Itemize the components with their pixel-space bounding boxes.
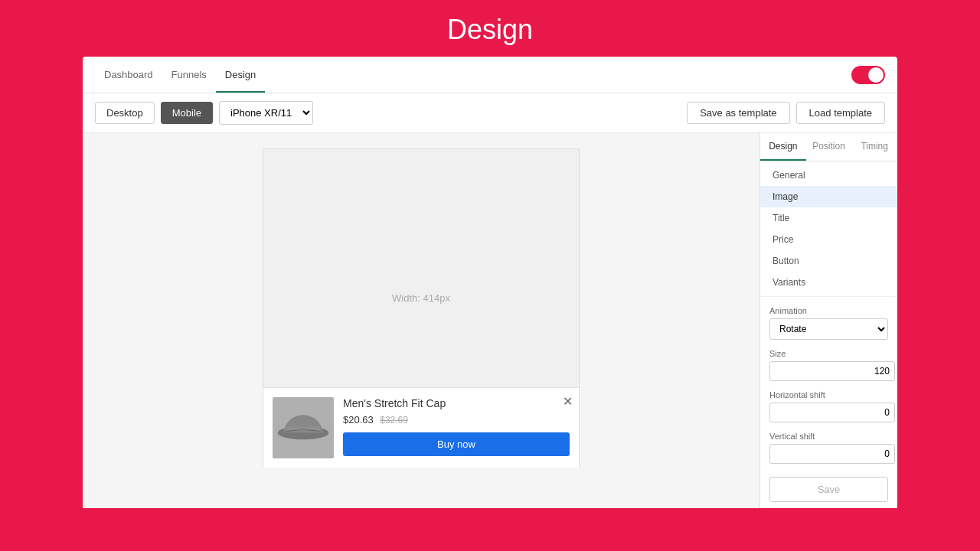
section-button[interactable]: Button	[760, 250, 897, 272]
size-input[interactable]: 120	[769, 361, 895, 381]
nav-bar: Dashboard Funnels Design	[83, 57, 897, 93]
svg-rect-1	[286, 427, 320, 430]
vertical-shift-input-group: 0 ▲ ▼	[769, 444, 888, 464]
panel-tabs: Design Position Timing	[760, 133, 897, 161]
desktop-button[interactable]: Desktop	[95, 102, 155, 124]
top-header: Design	[0, 0, 980, 57]
horizontal-shift-input[interactable]: 0	[769, 403, 895, 422]
vertical-shift-input[interactable]: 0	[769, 444, 895, 464]
page-title: Design	[0, 14, 980, 46]
vertical-shift-field-group: Vertical shift 0 ▲ ▼	[769, 432, 888, 464]
right-panel: Design Position Timing General Image Tit…	[760, 133, 897, 508]
product-image	[273, 397, 334, 458]
tab-timing[interactable]: Timing	[851, 133, 897, 161]
load-template-button[interactable]: Load template	[796, 102, 885, 124]
horizontal-shift-label: Horizontal shift	[769, 390, 888, 399]
toggle-switch[interactable]	[851, 66, 885, 84]
section-title[interactable]: Title	[760, 207, 897, 229]
horizontal-shift-input-group: 0 ▲ ▼	[769, 403, 888, 422]
section-variants[interactable]: Variants	[760, 272, 897, 293]
animation-select[interactable]: Rotate	[769, 318, 888, 340]
nav-item-dashboard[interactable]: Dashboard	[95, 58, 162, 93]
product-price-original: $32.69	[380, 415, 408, 425]
main-area: Width: 414px	[83, 133, 897, 508]
section-price[interactable]: Price	[760, 229, 897, 250]
panel-sections: General Image Title Price Button Variant…	[760, 161, 897, 297]
save-button[interactable]: Save	[769, 477, 888, 502]
nav-item-funnels[interactable]: Funnels	[162, 58, 216, 93]
section-general[interactable]: General	[760, 165, 897, 186]
buy-now-button[interactable]: Buy now	[343, 432, 570, 456]
canvas-wrapper: Width: 414px	[263, 148, 580, 468]
section-image[interactable]: Image	[760, 186, 897, 207]
device-selector[interactable]: iPhone XR/11	[219, 101, 313, 125]
vertical-shift-label: Vertical shift	[769, 432, 888, 441]
size-label: Size	[769, 349, 888, 358]
horizontal-shift-field-group: Horizontal shift 0 ▲ ▼	[769, 390, 888, 422]
nav-item-design[interactable]: Design	[216, 58, 265, 93]
product-info: Men's Stretch Fit Cap $20.63 $32.69 Buy …	[343, 397, 570, 456]
size-field-group: Size 120 ▲ ▼	[769, 349, 888, 381]
animation-field-group: Animation Rotate	[769, 306, 888, 340]
close-button[interactable]: ✕	[563, 394, 573, 409]
save-template-button[interactable]: Save as template	[687, 102, 789, 124]
tab-design[interactable]: Design	[760, 133, 806, 161]
product-card-wrapper: Men's Stretch Fit Cap $20.63 $32.69 Buy …	[263, 447, 580, 468]
width-label: Width: 414px	[392, 292, 450, 304]
product-name: Men's Stretch Fit Cap	[343, 397, 570, 409]
canvas-area: Width: 414px	[83, 133, 760, 508]
app-container: Dashboard Funnels Design Desktop Mobile …	[83, 57, 897, 508]
toolbar: Desktop Mobile iPhone XR/11 Save as temp…	[83, 93, 897, 133]
panel-body: Animation Rotate Size 120 ▲ ▼	[760, 297, 897, 471]
product-card: Men's Stretch Fit Cap $20.63 $32.69 Buy …	[263, 387, 579, 468]
product-price-current: $20.63	[343, 414, 374, 425]
tab-position[interactable]: Position	[806, 133, 852, 161]
animation-label: Animation	[769, 306, 888, 315]
mobile-button[interactable]: Mobile	[161, 102, 213, 124]
size-input-group: 120 ▲ ▼	[769, 361, 888, 381]
